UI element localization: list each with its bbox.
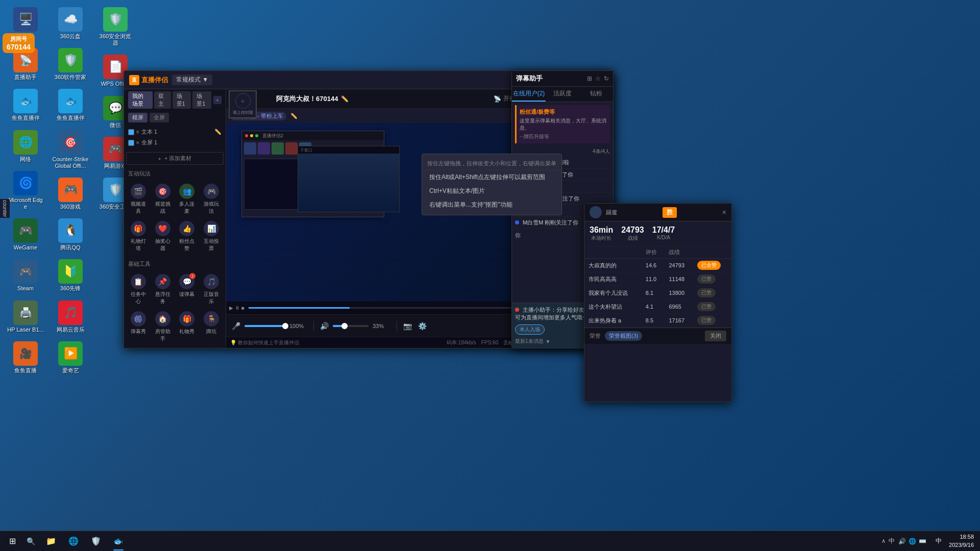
follow-btn-3[interactable]: 已赞 — [697, 288, 716, 297]
taskbar-app-yuyu[interactable]: 🐟 — [108, 531, 129, 552]
context-menu-item-3[interactable]: 右键调出菜单...支持"抠图"功能 — [422, 198, 561, 212]
desktop-icon-edge[interactable]: 🌀 Microsoft Edge — [5, 169, 46, 212]
tool-lucky-draw[interactable]: ❤️ 抽奖心愿 — [152, 219, 174, 254]
score-points-label: 战绩 — [628, 235, 638, 242]
score-panel: 踢遛 胜 × 36min 本场时长 24793 战绩 17/4/7 K/D/A — [584, 203, 732, 402]
desktop-icon-360soft[interactable]: 🛡️ 360软件管家 — [50, 46, 91, 83]
desktop-icon-wegame[interactable]: 🎮 WeGame — [5, 216, 46, 253]
tray-volume[interactable]: 🔊 — [898, 537, 906, 545]
score-close-button[interactable]: 关闭 — [705, 331, 726, 341]
tool-danmaku-show[interactable]: 🎆 弹幕秀 — [127, 309, 150, 344]
gift-show-icon: 🎁 — [179, 311, 194, 327]
follow-btn-5[interactable]: 已赞 — [697, 316, 716, 325]
source-item-fullscreen[interactable]: ≡ 全屏 1 — [124, 137, 226, 148]
danmaku-tab-activity[interactable]: 活跃度 — [546, 87, 579, 102]
taskbar-lang[interactable]: 中 — [933, 537, 945, 545]
room-widget[interactable]: 房间号 670144 — [3, 33, 35, 53]
taskbar-app-shield[interactable]: 🛡️ — [86, 531, 106, 552]
add-source-button[interactable]: + + 添加素材 — [126, 152, 224, 165]
scene-tab-my[interactable]: 我的场景 — [128, 91, 153, 109]
danmaku-tab-online[interactable]: 在线用户(2) — [512, 87, 546, 102]
honor-title: 荣誉 — [590, 332, 601, 340]
desktop-icon-qq[interactable]: 🐧 腾讯QQ — [50, 216, 91, 253]
tool-interact-vote[interactable]: 📊 互动投票 — [200, 219, 223, 254]
tool-read-danmaku[interactable]: 💬 ! 读弹幕 — [176, 272, 199, 307]
score-col-score: 战绩 — [665, 246, 693, 259]
desktop-icon-steam[interactable]: 🎮 Steam — [5, 257, 46, 294]
settings-icon[interactable]: ⚙️ — [418, 322, 427, 330]
search-button[interactable]: 🔍 — [22, 533, 39, 549]
scene-tab-1[interactable]: 场景1 — [173, 91, 191, 109]
tool-fan-like[interactable]: 👍 粉丝点赞 — [176, 219, 199, 254]
desktop-icon-yuyu2[interactable]: 🎥 鱼鱼直播 — [5, 339, 46, 376]
promo-label: 粉丝通/极费等 — [520, 108, 607, 116]
desktop-icon-360game[interactable]: 🎮 360游戏 — [50, 176, 91, 212]
volume-icon[interactable]: 🔊 — [320, 322, 329, 330]
systray-arrow[interactable]: ∧ — [881, 538, 886, 544]
follow-btn-1[interactable]: 已全赞 — [697, 261, 721, 270]
danmaku-header: 弹幕助手 ⊞ ☆ ↻ — [512, 71, 613, 87]
tray-input-method[interactable]: 中 — [888, 537, 896, 545]
tool-game-play[interactable]: 🎮 游戏玩法 — [200, 182, 223, 217]
mic-icon[interactable]: 🎤 — [231, 321, 240, 331]
desktop-icon-iqiyi[interactable]: ▶️ 爱奇艺 — [50, 339, 91, 376]
scene-add-button[interactable]: + — [213, 96, 222, 104]
tool-squat[interactable]: 🪑 蹲坑 — [200, 309, 223, 344]
desktop-icon-360pioneer[interactable]: 🔰 360先锋 — [50, 257, 91, 294]
enter-room-button[interactable]: 本人入场 — [515, 324, 545, 335]
tool-multi-link[interactable]: 👥 多人连麦 — [176, 182, 199, 217]
desktop-icon-yuyu[interactable]: 🐟 鱼鱼直播伴 — [5, 87, 46, 123]
source-checkbox-full[interactable] — [128, 140, 134, 146]
tray-keyboard[interactable]: ⌨️ — [918, 537, 926, 545]
source-item-text[interactable]: ≡ 文本 1 ✏️ — [124, 127, 226, 137]
video-props-icon: 🎬 — [131, 184, 146, 199]
source-checkbox-text[interactable] — [128, 129, 134, 135]
upload-cover-area[interactable]: + 请上传封面 — [229, 90, 257, 118]
taskbar-app-file-explorer[interactable]: 📁 — [41, 531, 61, 552]
tray-network[interactable]: 🌐 — [908, 537, 916, 545]
danmaku-refresh-icon[interactable]: ↻ — [604, 75, 609, 82]
desktop-icon-netease-music[interactable]: 🎵 网易云音乐 — [50, 298, 91, 335]
follow-btn-2[interactable]: 已赞 — [697, 274, 716, 284]
mic-slider[interactable] — [244, 325, 285, 327]
tool-room-manager[interactable]: 🏠 房管助手 — [152, 309, 174, 344]
taskbar-app-browser[interactable]: 🌐 — [63, 531, 84, 552]
danmaku-tab-fans[interactable]: 钻粉 — [579, 87, 613, 102]
tool-task-center[interactable]: 📋 任务中心 — [127, 272, 150, 307]
edit-tag-icon[interactable]: ✏️ — [290, 113, 298, 119]
desktop-icon-network[interactable]: 🌐 网络 — [5, 128, 46, 165]
scene-tab-dual[interactable]: 双主 — [154, 91, 170, 109]
tool-gift-show[interactable]: 🎁 礼物秀 — [176, 309, 199, 344]
vol-percent: 33% — [373, 323, 390, 329]
desktop-icon-360safe-browser[interactable]: 🛡️ 360安全浏览器 — [95, 5, 136, 48]
vol-slider-thumb[interactable] — [341, 323, 348, 329]
mic-slider-thumb[interactable] — [282, 323, 288, 329]
follow-btn-4[interactable]: 已赞 — [697, 302, 716, 311]
tool-float-task[interactable]: 📌 悬浮任务 — [152, 272, 174, 307]
camera-icon[interactable]: 📷 — [403, 322, 412, 330]
honor-screenshot-button[interactable]: 荣誉截图(3) — [605, 331, 642, 341]
vol-slider[interactable] — [333, 325, 369, 327]
tool-video-props[interactable]: 🎬 视频道具 — [127, 182, 150, 217]
scene-tab-2[interactable]: 场景1 — [192, 91, 211, 109]
score-avatar — [590, 206, 602, 218]
context-menu-item-2[interactable]: Ctrl+V粘贴文本/图片 — [422, 184, 561, 198]
start-button[interactable]: ⊞ — [4, 533, 20, 549]
tool-music[interactable]: 🎵 正版音乐 — [200, 272, 223, 307]
screen-mode-button[interactable]: 模屏 — [128, 113, 148, 122]
tool-rock-challenge[interactable]: 🎯 摇篮挑战 — [152, 182, 174, 217]
taskbar-datetime[interactable]: 18:58 2023/9/16 — [947, 533, 976, 549]
desktop-icon-counter-strike[interactable]: 🎯 Counter-Strike Global Offi... — [50, 128, 91, 171]
danmaku-layout-icon[interactable]: ⊞ — [587, 75, 592, 82]
source-edit-icon[interactable]: ✏️ — [214, 129, 222, 135]
context-menu-item-1[interactable]: 按住Alt或Alt+Shift点左键拉伸可以裁剪范围 — [422, 170, 561, 184]
danmaku-star-icon[interactable]: ☆ — [595, 75, 601, 82]
score-close-icon[interactable]: × — [722, 208, 726, 216]
full-screen-button[interactable]: 全屏 — [150, 113, 169, 122]
desktop-icon-hp[interactable]: 🖨️ HP Laser B1... — [5, 298, 46, 335]
stream-mode-button[interactable]: 常规模式 ▼ — [172, 74, 212, 85]
edit-title-icon[interactable]: ✏️ — [341, 95, 349, 103]
tool-gift-beacon[interactable]: 🎁 礼物灯塔 — [127, 219, 150, 254]
desktop-icon-yuyu3[interactable]: 🐟 鱼鱼直播伴 — [50, 87, 91, 123]
desktop-icon-360cloud[interactable]: ☁️ 360云盘 — [50, 5, 91, 42]
